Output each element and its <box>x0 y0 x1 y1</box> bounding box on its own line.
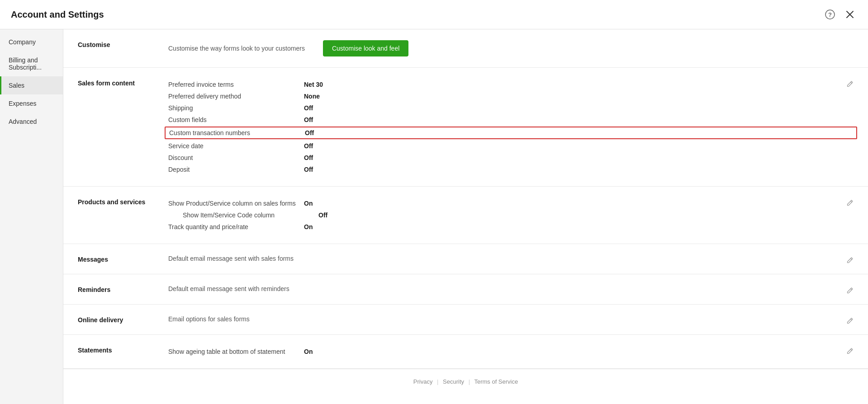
header-icons: ? <box>823 7 857 22</box>
pencil-icon <box>846 80 854 88</box>
section-reminders: Reminders Default email message sent wit… <box>63 274 868 305</box>
section-products-services: Products and services Show Product/Servi… <box>63 187 868 244</box>
discount-label: Discount <box>168 154 304 161</box>
privacy-link[interactable]: Privacy <box>413 378 433 385</box>
sidebar-item-expenses[interactable]: Expenses <box>0 94 63 113</box>
row-product-service-col: Show Product/Service column on sales for… <box>168 197 854 209</box>
ageing-table-value: On <box>304 348 313 355</box>
separator-1: | <box>437 378 438 385</box>
section-messages: Messages Default email message sent with… <box>63 244 868 274</box>
modal: Account and Settings ? <box>0 0 868 404</box>
service-date-value: Off <box>304 142 313 150</box>
reminders-content: Default email message sent with reminder… <box>168 285 854 293</box>
page-title: Account and Settings <box>11 9 104 20</box>
online-delivery-content: Email options for sales forms <box>168 315 854 324</box>
ageing-table-label: Show ageing table at bottom of statement <box>168 348 304 355</box>
row-invoice-terms: Preferred invoice terms Net 30 <box>168 79 854 90</box>
sidebar: Company Billing and Subscripti... Sales … <box>0 29 63 404</box>
custom-fields-value: Off <box>304 116 313 123</box>
messages-edit[interactable] <box>846 257 854 266</box>
pencil-icon-messages <box>846 257 854 264</box>
sidebar-item-sales[interactable]: Sales <box>0 76 63 94</box>
online-delivery-description: Email options for sales forms <box>168 315 250 323</box>
pencil-icon-products <box>846 199 854 207</box>
help-icon: ? <box>825 9 835 19</box>
pencil-icon-reminders <box>846 287 854 294</box>
shipping-value: Off <box>304 104 313 112</box>
footer: Privacy | Security | Terms of Service <box>63 369 868 394</box>
row-item-service-code: Show Item/Service Code column Off <box>168 209 854 221</box>
sales-form-content-label: Sales form content <box>78 79 168 175</box>
shipping-label: Shipping <box>168 104 304 112</box>
reminders-edit[interactable] <box>846 287 854 296</box>
deposit-label: Deposit <box>168 166 304 173</box>
statements-edit[interactable] <box>846 348 854 357</box>
section-statements: Statements Show ageing table at bottom o… <box>63 335 868 369</box>
item-service-code-value: Off <box>318 211 327 219</box>
customise-content: Customise the way forms look to your cus… <box>168 40 854 56</box>
product-service-col-value: On <box>304 200 313 207</box>
products-services-rows: Show Product/Service column on sales for… <box>168 197 854 233</box>
customise-description: Customise the way forms look to your cus… <box>168 45 305 52</box>
invoice-terms-value: Net 30 <box>304 81 323 88</box>
track-quantity-label: Track quantity and price/rate <box>168 223 304 230</box>
delivery-method-value: None <box>304 93 320 100</box>
discount-value: Off <box>304 154 313 161</box>
section-sales-form-content: Sales form content Preferred invoice ter… <box>63 68 868 187</box>
products-services-label: Products and services <box>78 197 168 233</box>
row-discount: Discount Off <box>168 152 854 164</box>
row-custom-transaction-numbers: Custom transaction numbers Off <box>165 127 857 139</box>
row-custom-fields: Custom fields Off <box>168 114 854 126</box>
messages-content: Default email message sent with sales fo… <box>168 255 854 263</box>
pencil-icon-statements <box>846 348 854 355</box>
statements-rows: Show ageing table at bottom of statement… <box>168 346 854 357</box>
statements-label: Statements <box>78 346 168 357</box>
service-date-label: Service date <box>168 142 304 150</box>
separator-2: | <box>469 378 470 385</box>
reminders-description: Default email message sent with reminder… <box>168 285 289 292</box>
deposit-value: Off <box>304 166 313 173</box>
section-customise: Customise Customise the way forms look t… <box>63 29 868 68</box>
close-icon <box>846 10 854 19</box>
delivery-method-label: Preferred delivery method <box>168 93 304 100</box>
page-container: Account and Settings ? <box>0 0 868 404</box>
sales-form-content-edit[interactable] <box>846 80 854 89</box>
row-ageing-table: Show ageing table at bottom of statement… <box>168 346 854 357</box>
online-delivery-label: Online delivery <box>78 315 168 324</box>
customise-row: Customise the way forms look to your cus… <box>168 40 854 56</box>
sidebar-item-billing[interactable]: Billing and Subscripti... <box>0 51 63 76</box>
custom-transaction-numbers-value: Off <box>305 129 314 136</box>
help-button[interactable]: ? <box>823 7 837 22</box>
custom-transaction-numbers-label: Custom transaction numbers <box>169 129 305 136</box>
item-service-code-label: Show Item/Service Code column <box>183 211 318 219</box>
online-delivery-edit[interactable] <box>846 317 854 326</box>
row-track-quantity: Track quantity and price/rate On <box>168 221 854 233</box>
customise-look-button[interactable]: Customise look and feel <box>323 40 408 56</box>
modal-header: Account and Settings ? <box>0 0 868 29</box>
close-button[interactable] <box>843 7 857 22</box>
pencil-icon-online-delivery <box>846 317 854 324</box>
row-service-date: Service date Off <box>168 140 854 152</box>
invoice-terms-label: Preferred invoice terms <box>168 81 304 88</box>
security-link[interactable]: Security <box>443 378 464 385</box>
customise-label: Customise <box>78 40 168 56</box>
svg-text:?: ? <box>828 11 832 18</box>
sidebar-item-company[interactable]: Company <box>0 33 63 51</box>
reminders-label: Reminders <box>78 285 168 293</box>
products-services-edit[interactable] <box>846 199 854 208</box>
row-deposit: Deposit Off <box>168 164 854 175</box>
row-shipping: Shipping Off <box>168 102 854 114</box>
section-online-delivery: Online delivery Email options for sales … <box>63 305 868 335</box>
messages-label: Messages <box>78 255 168 263</box>
messages-description: Default email message sent with sales fo… <box>168 255 294 262</box>
modal-body: Company Billing and Subscripti... Sales … <box>0 29 868 404</box>
row-delivery-method: Preferred delivery method None <box>168 90 854 102</box>
sales-form-content-rows: Preferred invoice terms Net 30 Preferred… <box>168 79 854 175</box>
custom-fields-label: Custom fields <box>168 116 304 123</box>
terms-link[interactable]: Terms of Service <box>474 378 518 385</box>
product-service-col-label: Show Product/Service column on sales for… <box>168 200 304 207</box>
sidebar-item-advanced[interactable]: Advanced <box>0 113 63 131</box>
content-area: Customise Customise the way forms look t… <box>63 29 868 404</box>
track-quantity-value: On <box>304 223 313 230</box>
